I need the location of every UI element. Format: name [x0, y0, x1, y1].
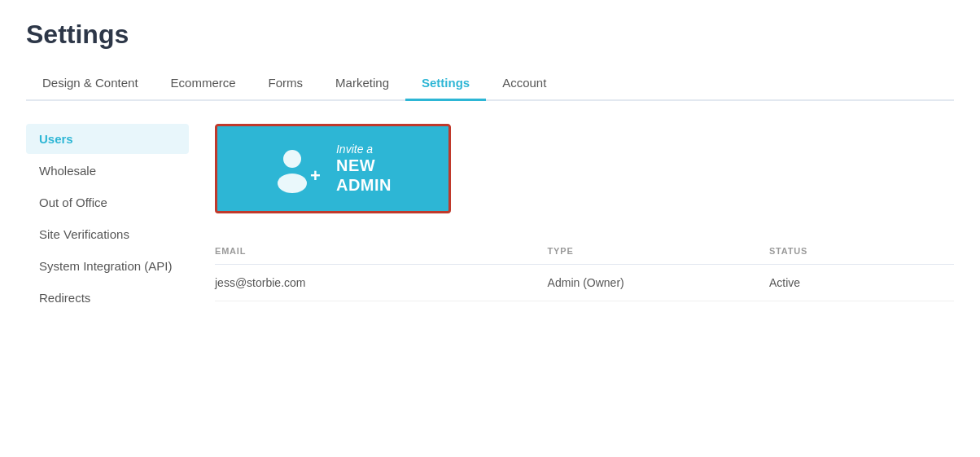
- nav-item-design-content[interactable]: Design & Content: [26, 66, 155, 99]
- invite-text: Invite a NEW ADMIN: [336, 143, 392, 196]
- svg-text:+: +: [310, 165, 321, 186]
- users-table: EMAIL TYPE STATUS jess@storbie.com Admin…: [215, 239, 954, 301]
- content-area: Users Wholesale Out of Office Site Verif…: [26, 124, 954, 314]
- page-title: Settings: [26, 20, 954, 50]
- svg-point-0: [283, 150, 301, 168]
- col-header-type: TYPE: [548, 239, 769, 265]
- invite-text-line2: NEW: [336, 156, 392, 175]
- col-header-email: EMAIL: [215, 239, 548, 265]
- sidebar-item-system-integration[interactable]: System Integration (API): [26, 251, 189, 281]
- svg-point-1: [278, 174, 307, 193]
- sidebar-item-wholesale[interactable]: Wholesale: [26, 156, 189, 186]
- user-email: jess@storbie.com: [215, 265, 548, 301]
- nav-item-ecommerce[interactable]: Ecommerce: [155, 66, 252, 99]
- nav-item-settings[interactable]: Settings: [405, 66, 486, 99]
- invite-text-line1: Invite a: [336, 143, 392, 156]
- nav-item-forms[interactable]: Forms: [252, 66, 320, 99]
- invite-admin-icon: +: [274, 144, 323, 193]
- top-nav: Design & Content Ecommerce Forms Marketi…: [26, 66, 954, 101]
- col-header-status: STATUS: [769, 239, 954, 265]
- main-content: + Invite a NEW ADMIN EMAIL TYPE STATUS: [215, 124, 954, 314]
- table-row: jess@storbie.com Admin (Owner) Active: [215, 265, 954, 301]
- table-header-row: EMAIL TYPE STATUS: [215, 239, 954, 265]
- invite-text-line3: ADMIN: [336, 175, 392, 195]
- user-status: Active: [769, 265, 954, 301]
- invite-new-admin-button[interactable]: + Invite a NEW ADMIN: [215, 124, 451, 213]
- sidebar-item-users[interactable]: Users: [26, 124, 189, 154]
- nav-item-account[interactable]: Account: [486, 66, 562, 99]
- sidebar-item-site-verifications[interactable]: Site Verifications: [26, 219, 189, 249]
- nav-item-marketing[interactable]: Marketing: [319, 66, 405, 99]
- sidebar-item-redirects[interactable]: Redirects: [26, 283, 189, 313]
- user-type: Admin (Owner): [548, 265, 769, 301]
- sidebar: Users Wholesale Out of Office Site Verif…: [26, 124, 189, 314]
- sidebar-item-out-of-office[interactable]: Out of Office: [26, 187, 189, 218]
